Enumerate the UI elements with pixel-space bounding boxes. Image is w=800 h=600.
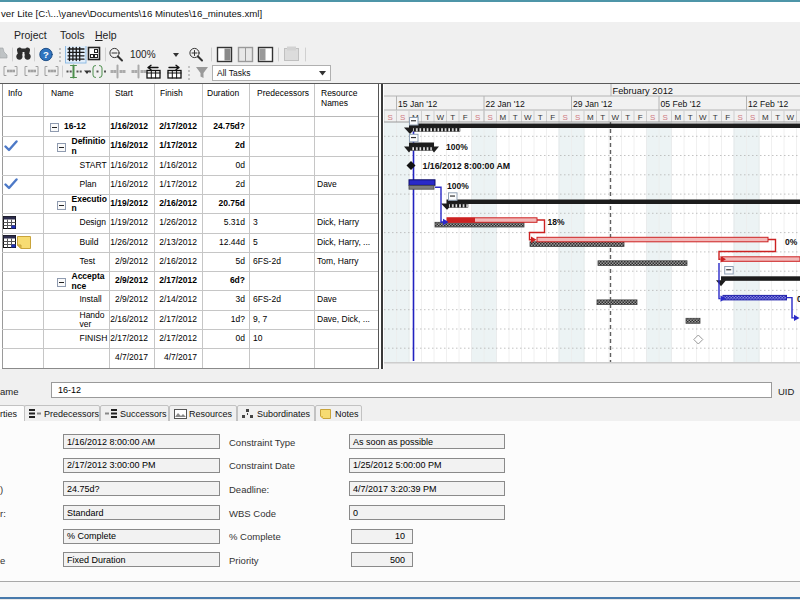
- svg-text:T: T: [450, 113, 455, 122]
- svg-text:100%: 100%: [130, 49, 156, 60]
- svg-text:T: T: [713, 113, 718, 122]
- svg-text:M: M: [499, 113, 506, 122]
- svg-text:S: S: [663, 113, 668, 122]
- svg-text:22 Jan '12: 22 Jan '12: [486, 99, 526, 109]
- svg-text:T: T: [775, 113, 780, 122]
- svg-text:S: S: [750, 113, 755, 122]
- svg-text:W: W: [699, 113, 707, 122]
- svg-text:February 2012: February 2012: [613, 86, 673, 96]
- svg-text:W: W: [436, 113, 444, 122]
- svg-text:T: T: [538, 113, 543, 122]
- svg-text:M: M: [674, 113, 681, 122]
- svg-text:T: T: [425, 113, 430, 122]
- svg-text:W: W: [611, 113, 619, 122]
- svg-text:?: ?: [43, 49, 49, 60]
- svg-text:S: S: [475, 113, 480, 122]
- svg-text:T: T: [600, 113, 605, 122]
- svg-text:0%: 0%: [785, 237, 798, 247]
- svg-text:05 Feb '12: 05 Feb '12: [661, 99, 702, 109]
- svg-text:F: F: [638, 113, 643, 122]
- svg-text:F: F: [550, 113, 555, 122]
- svg-text:S: S: [650, 113, 655, 122]
- svg-text:M: M: [587, 113, 594, 122]
- svg-text:S: S: [575, 113, 580, 122]
- svg-text:12 Feb '12: 12 Feb '12: [748, 99, 789, 109]
- svg-text:18%: 18%: [548, 217, 565, 227]
- svg-text:S: S: [388, 113, 393, 122]
- svg-text:T: T: [513, 113, 518, 122]
- svg-text:29 Jan '12: 29 Jan '12: [573, 99, 613, 109]
- svg-text:S: S: [563, 113, 568, 122]
- svg-text:1/16/2012 8:00:00 AM: 1/16/2012 8:00:00 AM: [423, 161, 511, 171]
- svg-text:F: F: [463, 113, 468, 122]
- svg-text:S: S: [488, 113, 493, 122]
- svg-text:M: M: [762, 113, 769, 122]
- svg-text:T: T: [625, 113, 630, 122]
- svg-text:W: W: [786, 113, 794, 122]
- svg-text:100%: 100%: [447, 181, 469, 191]
- svg-text:F: F: [725, 113, 730, 122]
- svg-text:W: W: [524, 113, 532, 122]
- svg-text:15 Jan '12: 15 Jan '12: [398, 99, 438, 109]
- svg-text:100%: 100%: [446, 142, 468, 152]
- svg-text:S: S: [738, 113, 743, 122]
- svg-text:All Tasks: All Tasks: [217, 68, 250, 78]
- svg-text:T: T: [688, 113, 693, 122]
- svg-text:S: S: [400, 113, 405, 122]
